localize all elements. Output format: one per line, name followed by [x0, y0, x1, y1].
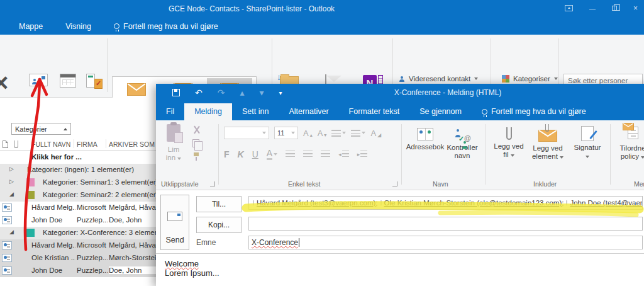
contact-row-selected[interactable]: John Doe Puzzlep... Doe, John — [0, 265, 156, 277]
attach-file-label-1: Legg ved — [494, 142, 523, 150]
close-icon[interactable]: × — [633, 4, 638, 13]
restore-icon[interactable] — [612, 4, 617, 13]
contact-card-icon — [2, 203, 12, 212]
envelope-icon — [623, 123, 634, 130]
group-row-seminar2[interactable]: ◢ Kategorier: Seminar2: 2 element(er) — [0, 189, 156, 202]
clipboard-dialog-launcher-icon[interactable] — [210, 181, 215, 186]
list-header: FULLT NAVN FIRMA ARKIVER SOM — [0, 137, 156, 151]
recipient[interactable]: Håvard Melgård (test3@vaerpn.com) — [257, 199, 375, 207]
font-controls-row: 11 A▴ A▾ A◢ — [224, 127, 381, 139]
expanded-icon[interactable]: ◢ — [9, 229, 14, 235]
contact-name: Håvard Melg... — [31, 203, 75, 211]
body-line: Welcome — [165, 259, 199, 268]
previous-item-icon[interactable]: ▴ — [240, 88, 244, 98]
tab-melding-active[interactable]: Melding — [184, 103, 232, 120]
tab-se-gjennom[interactable]: Se gjennom — [409, 103, 472, 120]
group-label: Kategorier: Seminar2: 2 element(er) — [43, 191, 158, 198]
contact-file-as: Doe, John — [109, 266, 156, 274]
recipient-separator: ; — [562, 199, 564, 207]
undo-icon[interactable]: ↶ — [195, 88, 203, 98]
dropdown-icon — [177, 157, 181, 160]
attach-item-button[interactable]: Legg ved element — [528, 125, 567, 161]
categorize-button[interactable]: Kategoriser — [502, 75, 558, 83]
save-icon[interactable] — [172, 89, 180, 96]
assign-policy-label-2: policy — [621, 152, 639, 160]
address-book-button[interactable]: Adressebok — [406, 125, 444, 151]
attach-item-label-2: element — [532, 152, 558, 160]
assign-policy-label-1: Tilordne — [619, 144, 644, 152]
lightbulb-icon — [482, 109, 487, 115]
tell-me-box[interactable]: Fortell meg hva du vil gjøre — [472, 103, 596, 120]
dropdown-icon — [554, 77, 558, 80]
contact-company: Puzzlep... — [77, 216, 108, 224]
contact-row[interactable]: Håvard Melg... Microsoft Melgård, Håvard — [0, 202, 156, 214]
recipient[interactable]: Ole Kristian Mørch-Storstein (ole@testdo… — [384, 199, 562, 207]
assign-policy-button[interactable]: Tilordne policy — [615, 125, 644, 161]
attach-item-label-1: Legg ved — [533, 144, 562, 152]
address-book-icon — [417, 128, 433, 140]
minimize-icon[interactable] — [589, 4, 596, 13]
group-row-x-conference[interactable]: ◢ Kategorier: X-Conference: 3 element(er… — [0, 227, 156, 239]
arrange-by-value: Kategorier — [15, 125, 47, 133]
column-firma[interactable]: FIRMA — [77, 140, 97, 148]
contact-card-icon — [2, 216, 12, 224]
column-arkiver-som[interactable]: ARKIVER SOM — [109, 140, 155, 148]
to-button[interactable]: Til... — [196, 196, 242, 212]
contact-file-as: Melgård, Håvard — [109, 203, 156, 211]
customize-qat-icon[interactable]: ▾ — [279, 89, 282, 96]
subject-field[interactable]: X-Conference — [248, 236, 643, 249]
tab-formater-tekst[interactable]: Formater tekst — [339, 103, 410, 120]
column-fullt-navn[interactable]: FULLT NAVN — [31, 140, 70, 148]
lightbulb-icon — [114, 23, 119, 29]
redo-icon[interactable]: ↷ — [218, 88, 225, 98]
delete-icon[interactable]: × — [0, 70, 8, 95]
item-type-column-icon[interactable] — [3, 140, 8, 148]
grow-font-icon: A▴ — [303, 129, 313, 138]
align-left-icon — [286, 151, 295, 157]
forward-contact-button[interactable]: Videresend kontakt — [399, 75, 478, 83]
to-field[interactable]: Håvard Melgård (test3@vaerpn.com); Ole K… — [248, 196, 643, 210]
attach-file-button[interactable]: Legg ved fil — [491, 125, 527, 159]
recipient-presence-icon — [380, 200, 382, 205]
tell-me-box[interactable]: Fortell meg hva du vil gjøre — [103, 18, 230, 35]
contact-card-icon — [2, 241, 12, 249]
italic-icon: K — [238, 149, 244, 159]
tab-fil[interactable]: Fil — [156, 103, 184, 120]
check-names-button[interactable]: ✓@ Kontroller navn — [443, 125, 482, 160]
new-item-row-label: Klikk her for ... — [31, 153, 82, 161]
forward-contact-icon — [399, 76, 405, 82]
contact-row-selected[interactable]: Ole Kristian ... Puzzlep... Mørch-Storst… — [0, 252, 156, 265]
arrange-by-dropdown[interactable]: Kategorier — [11, 123, 71, 135]
message-body[interactable]: Welcome Lorem Ipsum... — [156, 253, 644, 286]
contact-row[interactable]: John Doe Puzzlep... Doe, John — [0, 214, 156, 227]
tab-mappe[interactable]: Mappe — [8, 18, 54, 35]
contact-company: Microsoft — [77, 203, 108, 211]
tab-alternativer[interactable]: Alternativer — [279, 103, 338, 120]
attach-item-icon — [538, 127, 557, 142]
signature-button[interactable]: Signatur — [570, 125, 605, 160]
recipient-presence-icon — [566, 200, 567, 205]
contact-name: John Doe — [31, 266, 75, 274]
group-row-seminar1[interactable]: ▷ Kategorier: Seminar1: 3 element(er) — [0, 176, 156, 189]
sort-ascending-icon — [64, 128, 67, 130]
expanded-icon[interactable]: ◢ — [9, 191, 14, 197]
cc-field[interactable] — [248, 217, 643, 231]
recipient[interactable]: John Doe (test4@vaerpn.com) — [570, 199, 643, 207]
attachment-column-icon[interactable] — [14, 140, 18, 148]
new-item-row[interactable]: Klikk her for ... — [0, 151, 156, 164]
collapsed-icon[interactable]: ▷ — [9, 178, 14, 185]
next-item-icon[interactable]: ▾ — [260, 88, 264, 98]
tab-sett-inn[interactable]: Sett inn — [232, 103, 279, 120]
attach-file-label-2: fil — [503, 151, 508, 158]
contact-company: Puzzlep... — [77, 266, 108, 274]
basic-text-dialog-launcher-icon[interactable] — [392, 181, 397, 186]
send-label: Send — [165, 236, 184, 244]
group-label: Kategorier: (ingen): 1 element(er) — [27, 166, 134, 173]
contact-row-selected[interactable]: Håvard Melg... Microsoft Melgård, Håvard — [0, 239, 156, 252]
send-button[interactable]: Send — [160, 195, 189, 250]
ribbon-display-options-icon[interactable] — [565, 5, 573, 11]
collapsed-icon[interactable]: ▷ — [9, 166, 14, 172]
cc-button[interactable]: Kopi... — [196, 217, 242, 233]
group-row-ingen[interactable]: ▷ Kategorier: (ingen): 1 element(er) — [0, 164, 156, 176]
tab-visning[interactable]: Visning — [54, 18, 103, 35]
